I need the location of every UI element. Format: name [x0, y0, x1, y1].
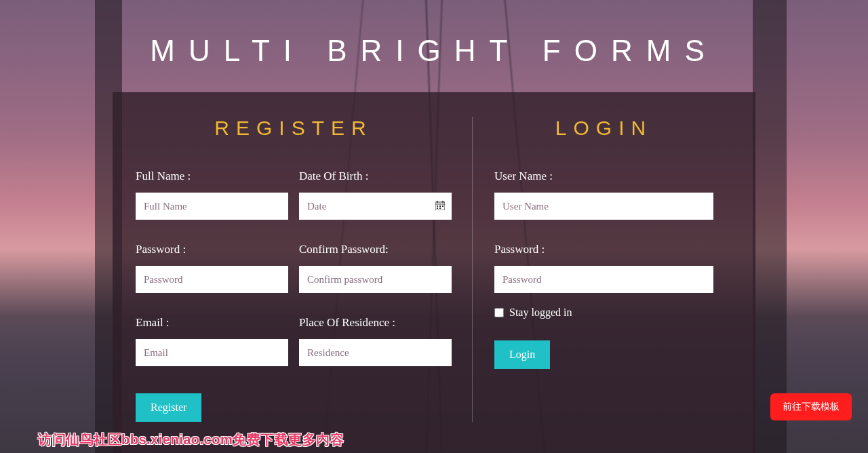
register-title: Register: [136, 117, 452, 140]
residence-label: Place Of Residence :: [299, 316, 452, 330]
download-template-button[interactable]: 前往下载模板: [770, 393, 852, 420]
confirm-password-label: Confirm Password:: [299, 243, 452, 256]
watermark-text: 访问仙鸟社区bbs.xieniao.com免费下载更多内容: [38, 431, 344, 449]
confirm-password-input[interactable]: [299, 266, 452, 293]
login-panel: Login User Name : Password : Stay logged…: [472, 117, 713, 422]
register-panel: Register Full Name : Date Of Birth : Pas…: [133, 117, 472, 422]
full-name-label: Full Name :: [136, 170, 288, 183]
login-password-input[interactable]: [494, 266, 713, 293]
login-title: Login: [494, 117, 713, 140]
dob-input[interactable]: [299, 193, 452, 220]
dob-label: Date Of Birth :: [299, 170, 452, 183]
email-input[interactable]: [136, 339, 288, 366]
login-button[interactable]: Login: [494, 340, 550, 369]
register-button[interactable]: Register: [136, 393, 201, 422]
page-title: Multi Bright Forms: [0, 0, 868, 92]
full-name-input[interactable]: [136, 193, 288, 220]
email-label: Email :: [136, 316, 288, 330]
stay-logged-label: Stay logged in: [509, 307, 572, 319]
username-input[interactable]: [494, 193, 713, 220]
register-password-input[interactable]: [136, 266, 288, 293]
login-password-label: Password :: [494, 243, 713, 256]
residence-input[interactable]: [299, 339, 452, 366]
username-label: User Name :: [494, 170, 713, 183]
forms-card: Register Full Name : Date Of Birth : Pas…: [113, 92, 755, 453]
stay-logged-checkbox[interactable]: [494, 308, 504, 317]
password-label: Password :: [136, 243, 288, 256]
